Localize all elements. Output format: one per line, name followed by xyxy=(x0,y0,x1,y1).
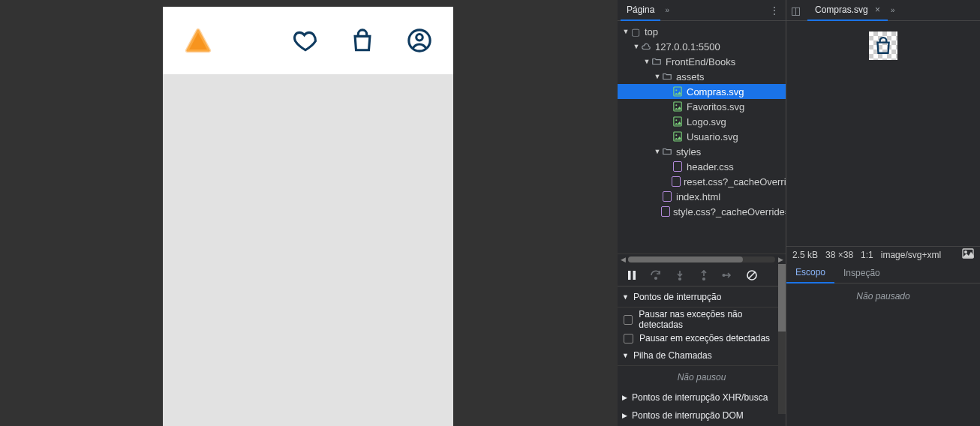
callstack-empty-message: Não pausou xyxy=(618,366,786,388)
checkbox-icon[interactable] xyxy=(624,334,633,344)
section-title: Pilha de Chamadas xyxy=(633,350,712,361)
pause-caught-checkbox[interactable]: Pausar em exceções detectadas xyxy=(618,332,786,345)
scroll-track[interactable] xyxy=(628,256,775,262)
tree-file[interactable]: style.css?_cacheOverride=1 xyxy=(618,204,786,219)
page-preview-area xyxy=(0,0,618,426)
svg-point-18 xyxy=(965,251,967,254)
image-preview xyxy=(786,21,980,246)
svg-point-15 xyxy=(723,274,725,276)
css-file-icon xyxy=(661,206,670,218)
tree-node-top[interactable]: ▼ ▢ top xyxy=(618,24,786,39)
kebab-menu-icon[interactable]: ⋮ xyxy=(769,4,783,16)
tree-file[interactable]: Compras.svg xyxy=(618,84,786,99)
chevron-down-icon: ▼ xyxy=(622,352,629,359)
svg-rect-10 xyxy=(628,271,631,280)
xhr-breakpoints-section[interactable]: ▶ Pontos de interrupção XHR/busca xyxy=(618,388,786,406)
shopping-bag-icon[interactable] xyxy=(350,28,375,53)
svg-rect-11 xyxy=(633,271,636,280)
dom-breakpoints-section[interactable]: ▶ Pontos de interrupção DOM xyxy=(618,406,786,424)
tree-node-folder[interactable]: ▼ FrontEnd/Books xyxy=(618,54,786,69)
tree-label: header.css xyxy=(687,161,734,172)
folder-icon xyxy=(651,56,663,68)
svg-point-1 xyxy=(416,34,423,41)
header-action-icons xyxy=(293,28,432,53)
tree-label: assets xyxy=(676,71,705,82)
more-tabs-icon[interactable]: » xyxy=(665,6,669,14)
pause-uncaught-checkbox[interactable]: Pausar nas exceções não detectadas xyxy=(618,308,786,332)
tree-file[interactable]: header.css xyxy=(618,159,786,174)
logo-icon xyxy=(184,26,212,55)
editor-tabs: ◫ Compras.svg × » xyxy=(786,0,980,21)
tree-node-styles[interactable]: ▼ styles xyxy=(618,144,786,159)
window-icon: ▢ xyxy=(630,26,642,38)
tree-file[interactable]: Usuario.svg xyxy=(618,129,786,144)
checkbox-icon[interactable] xyxy=(624,315,633,325)
chevron-down-icon: ▼ xyxy=(622,293,629,301)
scroll-right-icon[interactable]: ▶ xyxy=(777,256,784,263)
tree-label: styles xyxy=(676,146,701,158)
tree-label: Logo.svg xyxy=(687,116,726,128)
debugger-toolbar xyxy=(618,264,786,286)
app-header xyxy=(163,7,453,74)
status-zoom: 1:1 xyxy=(861,250,873,260)
step-out-button[interactable] xyxy=(696,267,712,284)
editor-panel: ◫ Compras.svg × » 2.5 kB 38 ×38 1:1 imag… xyxy=(786,0,980,426)
file-tree[interactable]: ▼ ▢ top ▼ 127.0.0.1:5500 ▼ FrontEn xyxy=(618,21,786,254)
tab-label: Compras.svg xyxy=(815,4,868,15)
tree-node-assets[interactable]: ▼ assets xyxy=(618,69,786,84)
tree-label: 127.0.0.1:5500 xyxy=(655,41,720,52)
chevron-right-icon: ▶ xyxy=(622,394,627,401)
section-title: Pontos de interrupção DOM xyxy=(632,410,744,421)
scope-tabs: Escopo Inspeção xyxy=(786,262,980,284)
chevron-right-icon: ▶ xyxy=(622,412,627,419)
tab-page[interactable]: Página xyxy=(621,0,660,21)
svg-point-13 xyxy=(679,278,681,280)
folder-icon xyxy=(661,146,673,158)
tree-label: top xyxy=(645,26,658,38)
svg-point-3 xyxy=(675,89,677,91)
cloud-icon xyxy=(640,40,652,52)
checkbox-label: Pausar nas exceções não detectadas xyxy=(639,309,780,330)
scroll-thumb[interactable] xyxy=(628,256,743,262)
step-over-button[interactable] xyxy=(648,267,664,284)
user-icon[interactable] xyxy=(407,28,432,53)
scroll-thumb[interactable] xyxy=(778,264,786,332)
tab-scope[interactable]: Escopo xyxy=(786,262,834,284)
status-dimensions: 38 ×38 xyxy=(825,250,853,260)
tree-label: reset.css?_cacheOverride xyxy=(684,176,786,188)
tree-file[interactable]: reset.css?_cacheOverride xyxy=(618,174,786,189)
svg-point-5 xyxy=(675,104,677,106)
tree-node-host[interactable]: ▼ 127.0.0.1:5500 xyxy=(618,39,786,54)
horizontal-scrollbar[interactable]: ◀ ▶ xyxy=(618,254,786,264)
step-button[interactable] xyxy=(720,267,736,284)
devtools: Página » ⋮ ▼ ▢ top ▼ 127.0.0.1:5500 xyxy=(618,0,980,426)
dock-icon[interactable]: ◫ xyxy=(791,4,807,16)
editor-tab[interactable]: Compras.svg × xyxy=(807,0,888,21)
preview-thumbnail xyxy=(869,32,897,60)
tree-file[interactable]: Favoritos.svg xyxy=(618,99,786,114)
tree-file[interactable]: index.html xyxy=(618,189,786,204)
deactivate-breakpoints-button[interactable] xyxy=(744,267,760,284)
more-tabs-icon[interactable]: » xyxy=(891,6,895,14)
tree-file[interactable]: Logo.svg xyxy=(618,114,786,129)
pause-button[interactable] xyxy=(624,267,640,284)
tree-label: Favoritos.svg xyxy=(687,101,744,112)
sources-tabs: Página » ⋮ xyxy=(618,0,786,21)
tab-inspect[interactable]: Inspeção xyxy=(834,263,889,283)
status-mime: image/svg+xml xyxy=(881,250,941,260)
close-icon[interactable]: × xyxy=(875,4,880,15)
tree-label: index.html xyxy=(676,191,720,202)
tree-label: Compras.svg xyxy=(687,86,744,98)
callstack-section[interactable]: ▼ Pilha de Chamadas xyxy=(618,345,786,366)
scope-empty-message: Não pausado xyxy=(786,284,980,309)
image-icon[interactable] xyxy=(962,248,974,261)
step-into-button[interactable] xyxy=(672,267,688,284)
vertical-scrollbar[interactable] xyxy=(778,264,786,414)
heart-icon[interactable] xyxy=(293,28,318,53)
breakpoints-section[interactable]: ▼ Pontos de interrupção xyxy=(618,286,786,308)
image-file-icon xyxy=(672,130,684,142)
svg-point-14 xyxy=(703,278,705,280)
html-file-icon xyxy=(661,190,673,202)
tree-label: style.css?_cacheOverride=1 xyxy=(673,206,786,218)
scroll-left-icon[interactable]: ◀ xyxy=(619,256,627,263)
